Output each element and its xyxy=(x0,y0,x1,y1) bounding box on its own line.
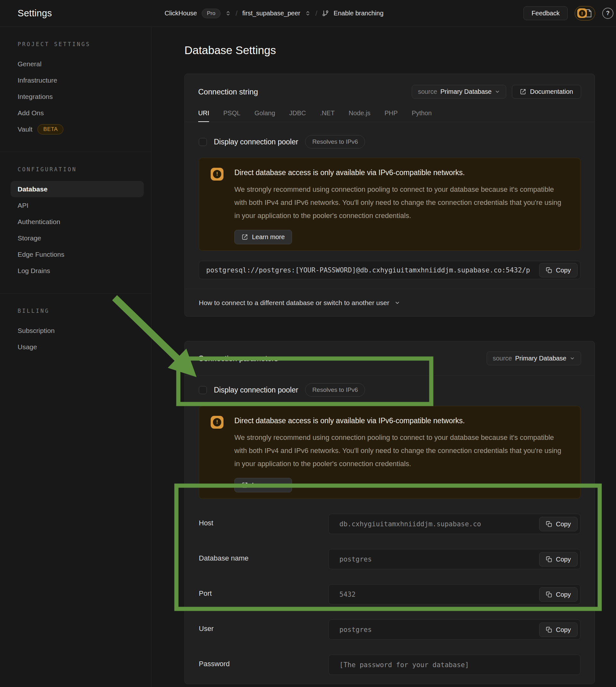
notifications-button[interactable]: ! xyxy=(575,6,595,21)
copy-icon xyxy=(546,267,552,273)
sidebar-heading-project-settings: PROJECT SETTINGS xyxy=(18,41,151,47)
resolves-to-ipv6-badge: Resolves to IPv6 xyxy=(305,135,365,149)
sidebar-item-add-ons[interactable]: Add Ons xyxy=(10,105,144,121)
database-name-label: Database name xyxy=(199,549,329,562)
tab-python[interactable]: Python xyxy=(412,110,432,121)
enable-branching-button[interactable]: Enable branching xyxy=(334,9,383,17)
chevron-down-icon xyxy=(570,356,575,361)
top-bar: Settings ClickHouse Pro / first_supabase… xyxy=(0,0,616,27)
page-title: Database Settings xyxy=(184,43,595,58)
pooler-row: Display connection pooler Resolves to IP… xyxy=(199,135,580,149)
tab-nodejs[interactable]: Node.js xyxy=(349,110,370,121)
param-row-database-name: Database name postgres Copy xyxy=(199,549,580,569)
sidebar-item-infrastructure[interactable]: Infrastructure xyxy=(10,72,144,88)
breadcrumb-org[interactable]: ClickHouse xyxy=(164,9,197,17)
copy-user-button[interactable]: Copy xyxy=(539,622,577,637)
breadcrumb-project[interactable]: first_supabase_peer xyxy=(242,9,300,17)
breadcrumb-separator: / xyxy=(236,9,238,18)
tab-uri[interactable]: URI xyxy=(198,110,209,122)
display-connection-pooler-label: Display connection pooler xyxy=(214,386,298,394)
org-plan-badge: Pro xyxy=(202,9,220,18)
ipv6-warning: ! Direct database access is only availab… xyxy=(199,406,580,499)
tab-dotnet[interactable]: .NET xyxy=(320,110,335,121)
copy-connection-string-button[interactable]: Copy xyxy=(539,263,577,277)
app-title: Settings xyxy=(0,8,151,19)
sidebar-item-authentication[interactable]: Authentication xyxy=(10,214,144,230)
pooler-row: Display connection pooler Resolves to IP… xyxy=(199,385,580,395)
documentation-button[interactable]: Documentation xyxy=(512,85,581,98)
copy-host-button[interactable]: Copy xyxy=(539,517,577,531)
connection-string-tabs: URI PSQL Golang JDBC .NET Node.js PHP Py… xyxy=(185,98,595,122)
port-label: Port xyxy=(199,584,329,598)
connection-help-expander[interactable]: How to connect to a different database o… xyxy=(185,289,595,316)
display-connection-pooler-checkbox[interactable] xyxy=(199,386,207,394)
copy-icon xyxy=(546,591,552,597)
warning-title: Direct database access is only available… xyxy=(234,169,567,177)
source-select[interactable]: source Primary Database xyxy=(487,352,581,365)
connection-parameters-header: Connection parameters source Primary Dat… xyxy=(185,341,595,376)
sidebar-item-storage[interactable]: Storage xyxy=(10,230,144,246)
param-row-password: Password [The password for your database… xyxy=(199,655,580,675)
alert-badge-icon: ! xyxy=(577,8,587,18)
breadcrumb-separator: / xyxy=(315,9,317,18)
display-connection-pooler-checkbox[interactable] xyxy=(199,138,207,146)
sidebar-item-edge-functions[interactable]: Edge Functions xyxy=(10,246,144,263)
org-selector-chevrons-icon[interactable] xyxy=(225,10,231,16)
sidebar-item-general[interactable]: General xyxy=(10,56,144,72)
sidebar-heading-billing: BILLING xyxy=(18,308,151,314)
sidebar-heading-configuration: CONFIGURATION xyxy=(18,166,151,173)
sidebar-section-billing: BILLING Subscription Usage xyxy=(0,293,151,370)
breadcrumb: ClickHouse Pro / first_supabase_peer / E… xyxy=(151,9,383,18)
copy-database-name-button[interactable]: Copy xyxy=(539,552,577,566)
connection-string-header: Connection string source Primary Databas… xyxy=(185,74,595,98)
warning-alert-icon: ! xyxy=(211,416,223,429)
sidebar-item-log-drains[interactable]: Log Drains xyxy=(10,263,144,279)
sidebar-item-vault[interactable]: Vault BETA xyxy=(10,121,144,137)
chevron-down-icon xyxy=(494,89,500,94)
copy-icon xyxy=(546,521,552,527)
external-link-icon xyxy=(242,234,248,240)
copy-port-button[interactable]: Copy xyxy=(539,587,577,601)
param-row-port: Port 5432 Copy xyxy=(199,584,580,604)
sidebar-item-integrations[interactable]: Integrations xyxy=(10,88,144,105)
connection-string-card: Connection string source Primary Databas… xyxy=(184,74,595,317)
param-row-user: User postgres Copy xyxy=(199,619,580,640)
tab-golang[interactable]: Golang xyxy=(255,110,276,121)
connection-string-title: Connection string xyxy=(198,87,258,96)
host-label: Host xyxy=(199,514,329,527)
warning-alert-icon: ! xyxy=(211,168,223,181)
learn-more-button[interactable]: Learn more xyxy=(234,478,292,492)
tab-jdbc[interactable]: JDBC xyxy=(289,110,306,121)
beta-badge: BETA xyxy=(38,124,63,134)
ipv6-warning: ! Direct database access is only availab… xyxy=(199,158,580,251)
feedback-button[interactable]: Feedback xyxy=(524,6,568,20)
learn-more-button[interactable]: Learn more xyxy=(234,230,292,244)
project-selector-chevrons-icon[interactable] xyxy=(305,10,311,16)
tab-psql[interactable]: PSQL xyxy=(223,110,240,121)
warning-body: We strongly recommend using connection p… xyxy=(234,431,567,470)
warning-title: Direct database access is only available… xyxy=(234,417,567,425)
connection-parameters-card: Connection parameters source Primary Dat… xyxy=(184,341,595,684)
copy-icon xyxy=(546,626,552,633)
sidebar-item-usage[interactable]: Usage xyxy=(10,339,144,355)
source-select[interactable]: source Primary Database xyxy=(412,85,506,98)
sidebar-item-api[interactable]: API xyxy=(10,197,144,214)
topbar-actions: Feedback ! ? xyxy=(524,6,616,21)
connection-string-value[interactable]: postgresql://postgres:[YOUR-PASSWORD]@db… xyxy=(199,261,580,279)
sidebar-section-project-settings: PROJECT SETTINGS General Infrastructure … xyxy=(0,27,151,152)
connection-parameters-title: Connection parameters xyxy=(198,354,278,363)
password-label: Password xyxy=(199,655,329,668)
tab-php[interactable]: PHP xyxy=(384,110,398,121)
external-link-icon xyxy=(520,89,526,95)
main-content: Database Settings Connection string sour… xyxy=(151,27,616,687)
sidebar-item-database[interactable]: Database xyxy=(10,181,144,197)
display-connection-pooler-label: Display connection pooler xyxy=(214,138,298,146)
app-screen: Settings ClickHouse Pro / first_supabase… xyxy=(0,0,616,687)
password-field[interactable]: [The password for your database] xyxy=(329,655,580,675)
sidebar-item-subscription[interactable]: Subscription xyxy=(10,323,144,339)
help-icon[interactable]: ? xyxy=(602,8,613,19)
sidebar: PROJECT SETTINGS General Infrastructure … xyxy=(0,27,151,687)
warning-body: We strongly recommend using connection p… xyxy=(234,183,567,222)
user-label: User xyxy=(199,619,329,633)
copy-icon xyxy=(546,556,552,562)
